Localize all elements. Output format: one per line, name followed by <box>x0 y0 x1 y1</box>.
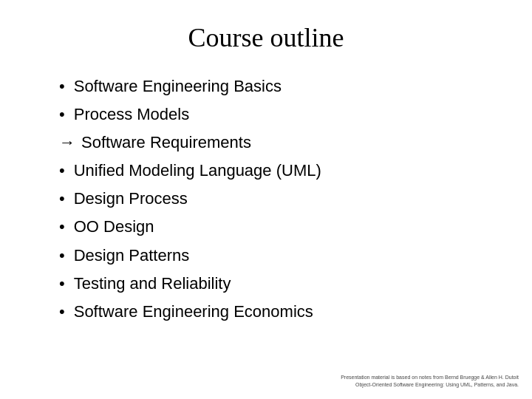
footer-line2: Object-Oriented Software Engineering: Us… <box>341 381 519 389</box>
item-text: Software Engineering Economics <box>74 299 313 324</box>
item-text: Design Patterns <box>74 243 190 268</box>
bullet-icon: • <box>59 214 65 239</box>
item-text: Unified Modeling Language (UML) <box>74 158 321 183</box>
bullet-icon: • <box>59 158 65 183</box>
slide: Course outline •Software Engineering Bas… <box>0 0 532 399</box>
bullet-icon: • <box>59 102 65 127</box>
arrow-item-2: →Software Requirements <box>59 130 502 155</box>
bullet-icon: • <box>59 243 65 268</box>
footer-line1: Presentation material is based on notes … <box>341 374 519 381</box>
item-text: Design Process <box>74 186 188 211</box>
item-text: Software Requirements <box>81 130 251 155</box>
bullet-icon: • <box>59 186 65 211</box>
list-item-1: •Process Models <box>59 102 502 127</box>
footer: Presentation material is based on notes … <box>341 374 519 389</box>
list-item-4: •Design Process <box>59 186 502 211</box>
bullet-icon: • <box>59 271 65 296</box>
item-text: Testing and Reliability <box>74 271 231 296</box>
bullet-icon: • <box>59 74 65 99</box>
item-text: Process Models <box>74 102 190 127</box>
slide-title: Course outline <box>188 22 344 53</box>
list-item-5: •OO Design <box>59 214 502 239</box>
arrow-icon: → <box>59 130 75 155</box>
item-text: Software Engineering Basics <box>74 74 282 99</box>
bullet-icon: • <box>59 299 65 324</box>
list-item-3: •Unified Modeling Language (UML) <box>59 158 502 183</box>
content-list: •Software Engineering Basics•Process Mod… <box>30 74 502 324</box>
list-item-7: •Testing and Reliability <box>59 271 502 296</box>
list-item-0: •Software Engineering Basics <box>59 74 502 99</box>
list-item-8: •Software Engineering Economics <box>59 299 502 324</box>
item-text: OO Design <box>74 214 154 239</box>
list-item-6: •Design Patterns <box>59 243 502 268</box>
